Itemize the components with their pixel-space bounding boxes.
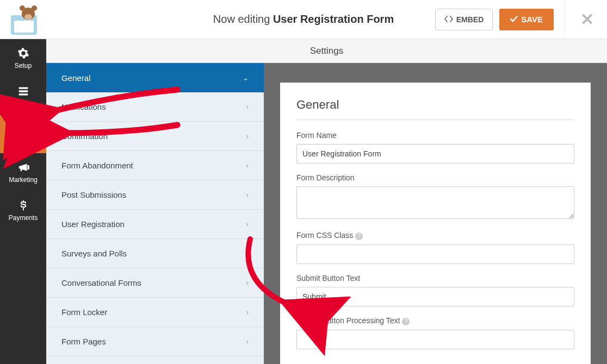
embed-button[interactable]: EMBED xyxy=(435,9,493,30)
top-bar: Now editing User Registration Form EMBED… xyxy=(0,0,607,39)
settings-item-user-registration[interactable]: User Registration › xyxy=(46,210,264,239)
nav-setup[interactable]: Setup xyxy=(0,39,46,77)
save-button[interactable]: SAVE xyxy=(499,9,554,30)
nav-label: Marketing xyxy=(9,176,38,184)
section-header: Settings xyxy=(46,39,607,63)
form-css-class-input[interactable] xyxy=(296,244,574,264)
settings-menu: General ⌄ Notifications › Confirmation ›… xyxy=(46,63,264,364)
nav-settings[interactable]: Settings xyxy=(0,115,46,153)
chevron-right-icon: › xyxy=(246,103,249,111)
editing-title: Now editing User Registration Form xyxy=(213,13,394,26)
help-icon[interactable]: ? xyxy=(402,318,410,325)
editing-prefix: Now editing xyxy=(213,13,273,25)
form-name-label: Form Name xyxy=(296,131,574,140)
svg-rect-2 xyxy=(18,93,28,95)
chevron-down-icon: ⌄ xyxy=(243,74,249,82)
svg-point-3 xyxy=(21,125,23,128)
section-title: Settings xyxy=(310,46,343,57)
settings-item-label: User Registration xyxy=(61,219,125,229)
settings-item-post-submissions[interactable]: Post Submissions › xyxy=(46,180,264,210)
code-icon xyxy=(444,15,453,24)
dollar-icon xyxy=(17,199,30,212)
divider xyxy=(565,0,565,39)
submit-button-text-input[interactable] xyxy=(296,287,574,306)
chevron-right-icon: › xyxy=(246,132,249,140)
chevron-right-icon: › xyxy=(246,191,249,199)
settings-item-label: Form Abandonment xyxy=(61,161,133,170)
form-name-input[interactable] xyxy=(296,144,574,164)
panel-heading: General xyxy=(296,98,574,120)
nav-label: Settings xyxy=(11,138,35,146)
chevron-right-icon: › xyxy=(246,161,249,170)
list-icon xyxy=(17,85,30,98)
settings-item-general[interactable]: General ⌄ xyxy=(46,63,264,92)
bullhorn-icon xyxy=(17,161,30,174)
nav-label: Fields xyxy=(14,100,32,108)
settings-item-confirmation[interactable]: Confirmation › xyxy=(46,122,264,151)
form-description-label: Form Description xyxy=(296,173,574,182)
nav-marketing[interactable]: Marketing xyxy=(0,153,46,191)
check-icon xyxy=(510,15,518,24)
nav-fields[interactable]: Fields xyxy=(0,77,46,115)
close-button[interactable]: ✕ xyxy=(572,10,596,29)
settings-item-form-locker[interactable]: Form Locker › xyxy=(46,298,264,327)
left-nav: Setup Fields Settings Marketing xyxy=(0,39,46,364)
nav-label: Setup xyxy=(15,62,32,70)
editing-form-name: User Registration Form xyxy=(273,13,394,25)
chevron-right-icon: › xyxy=(246,220,249,228)
chevron-right-icon: › xyxy=(246,279,249,287)
form-description-input[interactable] xyxy=(296,186,574,219)
submit-button-text-label: Submit Button Text xyxy=(296,274,574,283)
settings-item-label: Surveys and Polls xyxy=(61,249,127,258)
chevron-right-icon: › xyxy=(246,308,249,316)
submit-button-processing-input[interactable] xyxy=(296,330,574,349)
nav-payments[interactable]: Payments xyxy=(0,191,46,229)
settings-item-label: Confirmation xyxy=(61,131,108,141)
settings-item-label: Form Pages xyxy=(61,337,106,346)
settings-item-label: General xyxy=(61,73,90,83)
nav-label: Payments xyxy=(9,214,38,222)
settings-item-label: Conversational Forms xyxy=(61,278,141,287)
svg-rect-1 xyxy=(18,90,28,92)
gear-icon xyxy=(17,47,30,60)
settings-item-label: Post Submissions xyxy=(61,190,126,199)
svg-rect-0 xyxy=(18,87,28,89)
wpforms-logo xyxy=(11,4,41,35)
settings-item-label: Notifications xyxy=(61,102,106,111)
content-area: General Form Name Form Description Form … xyxy=(264,63,607,364)
embed-button-label: EMBED xyxy=(456,15,484,24)
chevron-right-icon: › xyxy=(246,337,249,346)
help-icon[interactable]: ? xyxy=(355,233,363,240)
sliders-icon xyxy=(17,123,30,136)
svg-point-4 xyxy=(24,129,27,131)
settings-item-conversational-forms[interactable]: Conversational Forms › xyxy=(46,268,264,298)
form-css-class-label: Form CSS Class xyxy=(296,231,353,240)
submit-button-processing-label: Submit Button Processing Text xyxy=(296,316,400,325)
settings-item-label: Form Locker xyxy=(61,307,107,317)
settings-item-surveys-polls[interactable]: Surveys and Polls xyxy=(46,239,264,268)
save-button-label: SAVE xyxy=(521,15,543,24)
settings-item-form-pages[interactable]: Form Pages › xyxy=(46,327,264,356)
settings-item-form-abandonment[interactable]: Form Abandonment › xyxy=(46,151,264,180)
settings-item-notifications[interactable]: Notifications › xyxy=(46,92,264,122)
general-settings-card: General Form Name Form Description Form … xyxy=(280,83,591,364)
